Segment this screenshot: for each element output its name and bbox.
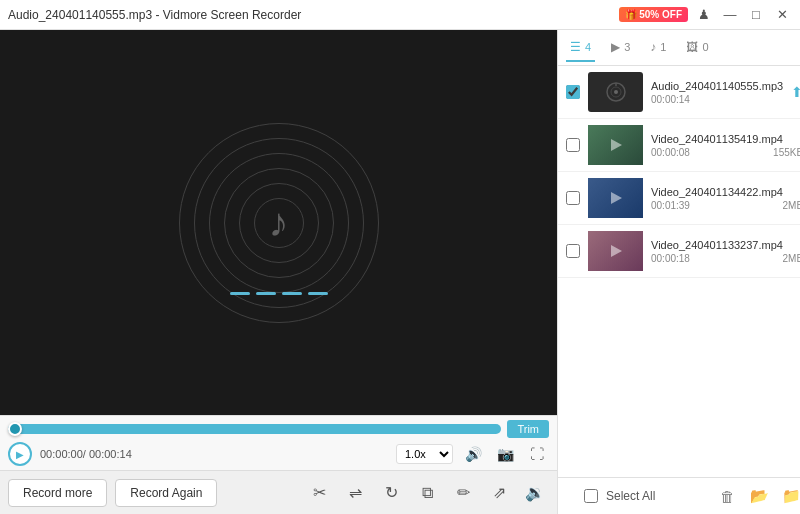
main-area: ♪ Trim ▶ 00:00:00	[0, 30, 800, 514]
tab-video-icon: ▶	[611, 40, 620, 54]
file-size-video1: 155KB	[773, 147, 800, 158]
video-preview-area: ♪	[0, 30, 557, 415]
playback-row: ▶ 00:00:00/ 00:00:14 1.0x 0.5x 0.75x 1.2…	[8, 442, 549, 466]
file-name-video1: Video_240401135419.mp4	[651, 133, 800, 145]
total-time: 00:00:14	[89, 448, 132, 460]
speed-select[interactable]: 1.0x 0.5x 0.75x 1.25x 1.5x 2.0x	[396, 444, 453, 464]
close-btn[interactable]: ✕	[772, 5, 792, 25]
tab-audio-icon: ♪	[650, 40, 656, 54]
maximize-btn[interactable]: □	[746, 5, 766, 25]
play-button[interactable]: ▶	[8, 442, 32, 466]
video-thumbnail-3	[588, 231, 643, 271]
file-duration-video1: 00:00:08	[651, 147, 690, 158]
file-size-video2: 2MB	[783, 200, 800, 211]
file-item-video2: Video_240401134422.mp4 00:01:39 2MB	[558, 172, 800, 225]
tab-image-icon: 🖼	[686, 40, 698, 54]
file-info-audio: Audio_240401140555.mp3 00:00:14	[651, 80, 783, 105]
file-item-audio: Audio_240401140555.mp3 00:00:14 ⬆	[558, 66, 800, 119]
bottom-right-icons: 🗑 📂 📁	[715, 484, 800, 508]
audio-icon[interactable]: 🔉	[521, 479, 549, 507]
file-checkbox-video1[interactable]	[566, 138, 580, 152]
tab-bar: ☰ 4 ▶ 3 ♪ 1 🖼 0	[558, 30, 800, 66]
file-info-video3: Video_240401133237.mp4 00:00:18 2MB	[651, 239, 800, 264]
dash-4	[308, 292, 328, 295]
file-meta-video2: 00:01:39 2MB	[651, 200, 800, 211]
copy-icon[interactable]: ⧉	[413, 479, 441, 507]
window-title: Audio_240401140555.mp3 - Vidmore Screen …	[8, 8, 619, 22]
file-size-video3: 2MB	[783, 253, 800, 264]
user-icon[interactable]: ♟	[694, 5, 714, 25]
tab-all-count: 4	[585, 41, 591, 53]
fullscreen-icon[interactable]: ⛶	[525, 442, 549, 466]
share-icon[interactable]: ⇗	[485, 479, 513, 507]
file-meta-video3: 00:00:18 2MB	[651, 253, 800, 264]
audio-thumbnail	[588, 72, 643, 112]
select-all-bar: Select All 🗑 📂 📁	[558, 477, 800, 514]
time-display: 00:00:00/ 00:00:14	[40, 448, 132, 460]
folder-open-icon[interactable]: 📂	[747, 484, 771, 508]
file-share-audio[interactable]: ⬆	[791, 84, 800, 100]
bottom-bar: Record more Record Again ✂ ⇌ ↻ ⧉ ✏ ⇗ 🔉	[0, 470, 557, 514]
title-bar: Audio_240401140555.mp3 - Vidmore Screen …	[0, 0, 800, 30]
tab-audio-count: 1	[660, 41, 666, 53]
svg-point-2	[614, 90, 618, 94]
progress-track[interactable]	[8, 424, 501, 434]
audio-dashes	[230, 292, 328, 295]
dash-2	[256, 292, 276, 295]
tab-image-count: 0	[702, 41, 708, 53]
file-meta-audio: 00:00:14	[651, 94, 783, 105]
rotate-icon[interactable]: ↻	[377, 479, 405, 507]
tab-audio[interactable]: ♪ 1	[646, 34, 670, 62]
dash-1	[230, 292, 250, 295]
adjust-icon[interactable]: ⇌	[341, 479, 369, 507]
music-note-icon: ♪	[269, 200, 289, 245]
file-name-video3: Video_240401133237.mp4	[651, 239, 800, 251]
trim-button[interactable]: Trim	[507, 420, 549, 438]
trim-bar: Trim	[8, 420, 549, 438]
title-right-area: 50% OFF ♟ — □ ✕	[619, 5, 792, 25]
file-info-video2: Video_240401134422.mp4 00:01:39 2MB	[651, 186, 800, 211]
minimize-btn[interactable]: —	[720, 5, 740, 25]
file-list: Audio_240401140555.mp3 00:00:14 ⬆	[558, 66, 800, 477]
file-name-audio: Audio_240401140555.mp3	[651, 80, 783, 92]
record-again-button[interactable]: Record Again	[115, 479, 217, 507]
file-name-video2: Video_240401134422.mp4	[651, 186, 800, 198]
tab-all-icon: ☰	[570, 40, 581, 54]
delete-icon[interactable]: 🗑	[715, 484, 739, 508]
dash-3	[282, 292, 302, 295]
select-all-label: Select All	[606, 489, 655, 503]
music-visualizer: ♪	[179, 123, 379, 323]
video-thumbnail-2	[588, 178, 643, 218]
video-thumbnail-1	[588, 125, 643, 165]
file-duration-audio: 00:00:14	[651, 94, 690, 105]
record-more-button[interactable]: Record more	[8, 479, 107, 507]
file-duration-video2: 00:01:39	[651, 200, 690, 211]
tab-image[interactable]: 🖼 0	[682, 34, 712, 62]
edit-icon[interactable]: ✏	[449, 479, 477, 507]
tab-video[interactable]: ▶ 3	[607, 34, 634, 62]
folder-icon[interactable]: 📁	[779, 484, 800, 508]
file-checkbox-video2[interactable]	[566, 191, 580, 205]
file-duration-video3: 00:00:18	[651, 253, 690, 264]
file-info-video1: Video_240401135419.mp4 00:00:08 155KB	[651, 133, 800, 158]
promo-badge[interactable]: 50% OFF	[619, 7, 688, 22]
snapshot-icon[interactable]: 📷	[493, 442, 517, 466]
file-item-video1: Video_240401135419.mp4 00:00:08 155KB	[558, 119, 800, 172]
left-panel: ♪ Trim ▶ 00:00:00	[0, 30, 557, 514]
current-time: 00:00:00	[40, 448, 83, 460]
file-item-video3: Video_240401133237.mp4 00:00:18 2MB	[558, 225, 800, 278]
file-checkbox-video3[interactable]	[566, 244, 580, 258]
file-meta-video1: 00:00:08 155KB	[651, 147, 800, 158]
tab-all[interactable]: ☰ 4	[566, 34, 595, 62]
select-all-checkbox[interactable]	[584, 489, 598, 503]
tab-video-count: 3	[624, 41, 630, 53]
volume-icon[interactable]: 🔊	[461, 442, 485, 466]
controls-bar: Trim ▶ 00:00:00/ 00:00:14 1.0x 0.5x 0.75…	[0, 415, 557, 470]
right-panel: ☰ 4 ▶ 3 ♪ 1 🖼 0	[557, 30, 800, 514]
cut-icon[interactable]: ✂	[305, 479, 333, 507]
progress-thumb[interactable]	[8, 422, 22, 436]
file-checkbox-audio[interactable]	[566, 85, 580, 99]
